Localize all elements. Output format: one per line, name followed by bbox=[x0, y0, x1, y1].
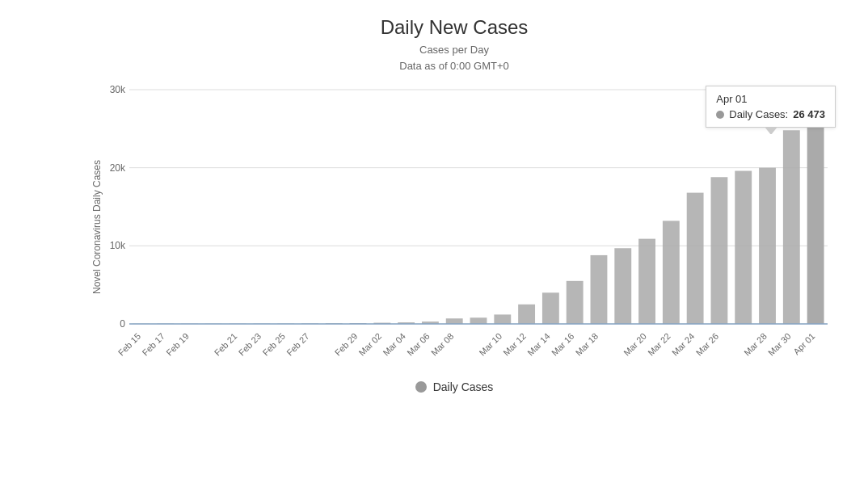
chart-subtitle: Cases per Day Data as of 0:00 GMT+0 bbox=[65, 42, 844, 74]
svg-rect-22 bbox=[470, 317, 487, 324]
svg-rect-26 bbox=[567, 281, 584, 324]
svg-text:30k: 30k bbox=[110, 84, 126, 95]
svg-text:Feb 25: Feb 25 bbox=[260, 331, 287, 358]
svg-rect-35 bbox=[783, 130, 800, 324]
legend-label: Daily Cases bbox=[433, 380, 494, 393]
y-axis-label: Novel Coronavirus Daily Cases bbox=[91, 146, 103, 308]
svg-rect-29 bbox=[638, 239, 655, 324]
chart-legend: Daily Cases bbox=[65, 380, 844, 393]
svg-rect-30 bbox=[663, 221, 680, 324]
chart-title: Daily New Cases bbox=[65, 16, 844, 39]
svg-rect-21 bbox=[446, 318, 463, 324]
svg-text:Mar 30: Mar 30 bbox=[766, 331, 793, 358]
svg-text:Mar 06: Mar 06 bbox=[405, 331, 432, 358]
svg-text:0: 0 bbox=[120, 318, 125, 330]
svg-text:Apr 01: Apr 01 bbox=[791, 331, 816, 356]
svg-text:Feb 21: Feb 21 bbox=[213, 331, 239, 358]
svg-text:10k: 10k bbox=[110, 240, 126, 251]
svg-rect-33 bbox=[735, 171, 752, 324]
svg-text:Mar 26: Mar 26 bbox=[694, 331, 721, 358]
svg-rect-36 bbox=[807, 117, 824, 324]
svg-rect-28 bbox=[614, 248, 631, 324]
svg-rect-34 bbox=[759, 168, 776, 324]
svg-rect-31 bbox=[687, 193, 704, 324]
svg-text:Mar 14: Mar 14 bbox=[525, 331, 552, 358]
svg-text:Feb 19: Feb 19 bbox=[164, 331, 191, 358]
svg-text:Mar 08: Mar 08 bbox=[429, 331, 456, 358]
legend-dot bbox=[415, 381, 427, 393]
svg-text:Mar 20: Mar 20 bbox=[622, 331, 648, 358]
svg-rect-27 bbox=[591, 255, 608, 324]
svg-text:Mar 02: Mar 02 bbox=[357, 331, 384, 358]
svg-text:Mar 18: Mar 18 bbox=[574, 331, 600, 358]
svg-text:Mar 12: Mar 12 bbox=[501, 331, 528, 358]
svg-rect-24 bbox=[518, 305, 535, 324]
svg-text:Mar 22: Mar 22 bbox=[646, 331, 672, 358]
svg-rect-32 bbox=[711, 177, 728, 324]
svg-text:Feb 23: Feb 23 bbox=[237, 331, 263, 358]
svg-text:Feb 27: Feb 27 bbox=[284, 331, 311, 358]
bar-chart: 010k20k30kFeb 15Feb 17Feb 19Feb 21Feb 23… bbox=[121, 82, 844, 372]
chart-container: Daily New Cases Cases per Day Data as of… bbox=[0, 0, 868, 479]
svg-text:Feb 29: Feb 29 bbox=[333, 331, 360, 358]
svg-text:Mar 24: Mar 24 bbox=[670, 331, 697, 358]
svg-text:Mar 28: Mar 28 bbox=[742, 331, 769, 358]
svg-rect-25 bbox=[542, 292, 559, 324]
svg-rect-23 bbox=[494, 314, 511, 324]
svg-text:Mar 04: Mar 04 bbox=[381, 331, 407, 358]
svg-text:20k: 20k bbox=[110, 162, 126, 174]
svg-text:Mar 10: Mar 10 bbox=[478, 331, 504, 358]
svg-text:Mar 16: Mar 16 bbox=[550, 331, 576, 358]
svg-text:Feb 17: Feb 17 bbox=[140, 331, 166, 358]
